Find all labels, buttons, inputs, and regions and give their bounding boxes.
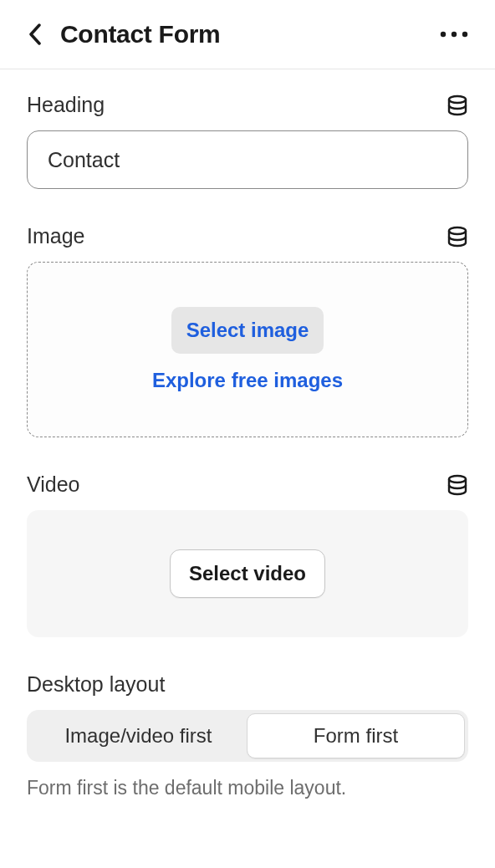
field-header: Image [27, 224, 468, 248]
field-header: Heading [27, 93, 468, 117]
back-icon[interactable] [23, 23, 47, 46]
svg-point-3 [449, 96, 466, 103]
more-icon[interactable] [440, 31, 468, 38]
header-left: Contact Form [23, 20, 220, 49]
database-icon[interactable] [447, 226, 468, 248]
video-box: Select video [27, 510, 468, 637]
field-image: Image Select image Explore free images [27, 224, 468, 437]
database-icon[interactable] [447, 474, 468, 496]
explore-images-link[interactable]: Explore free images [152, 369, 343, 392]
field-header: Video [27, 472, 468, 497]
select-image-button[interactable]: Select image [171, 307, 324, 354]
layout-option-image-first[interactable]: Image/video first [30, 713, 247, 758]
svg-point-4 [449, 227, 466, 234]
field-header: Desktop layout [27, 672, 468, 697]
heading-input[interactable] [27, 130, 468, 189]
svg-point-5 [449, 476, 466, 483]
select-video-button[interactable]: Select video [170, 549, 325, 598]
database-icon[interactable] [447, 94, 468, 116]
image-dropzone[interactable]: Select image Explore free images [27, 262, 468, 437]
svg-point-0 [441, 32, 446, 37]
svg-point-2 [462, 32, 467, 37]
page-title: Contact Form [60, 20, 220, 49]
svg-point-1 [452, 32, 457, 37]
desktop-layout-segmented: Image/video first Form first [27, 710, 468, 762]
desktop-layout-help: Form first is the default mobile layout. [27, 777, 468, 799]
image-label: Image [27, 224, 84, 248]
panel-header: Contact Form [0, 0, 495, 69]
panel-content: Heading Image Select im [0, 69, 495, 799]
video-label: Video [27, 472, 80, 497]
heading-label: Heading [27, 93, 105, 117]
field-video: Video Select video [27, 472, 468, 637]
field-heading: Heading [27, 93, 468, 189]
field-desktop-layout: Desktop layout Image/video first Form fi… [27, 672, 468, 799]
layout-option-form-first[interactable]: Form first [247, 713, 465, 758]
desktop-layout-label: Desktop layout [27, 672, 165, 697]
